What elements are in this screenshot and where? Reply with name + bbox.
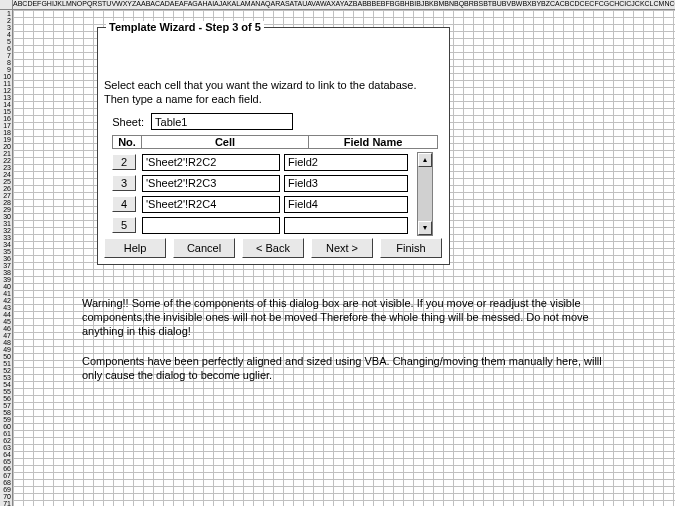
next-button[interactable]: Next > bbox=[311, 238, 373, 258]
row-no: 2 bbox=[112, 154, 136, 170]
header-cell: Cell bbox=[142, 135, 309, 149]
header-no: No. bbox=[112, 135, 142, 149]
back-button[interactable]: < Back bbox=[242, 238, 304, 258]
row-headers: 1234567891011121314151617181920212223242… bbox=[0, 10, 13, 506]
cell-input[interactable] bbox=[142, 217, 280, 234]
row-no: 3 bbox=[112, 175, 136, 191]
cell-input[interactable] bbox=[142, 154, 280, 171]
finish-button[interactable]: Finish bbox=[380, 238, 442, 258]
sheet-label: Sheet: bbox=[104, 116, 144, 128]
column-headers: ABCDEFGHIJKLMNOPQRSTUVWXYZAABACADAEAFAGA… bbox=[13, 0, 675, 10]
field-name-input[interactable] bbox=[284, 175, 408, 192]
cell-input[interactable] bbox=[142, 175, 280, 192]
field-name-input[interactable] bbox=[284, 196, 408, 213]
field-name-input[interactable] bbox=[284, 217, 408, 234]
warning-text-2: Components have been perfectly aligned a… bbox=[82, 354, 602, 382]
table-header: No. Cell Field Name bbox=[112, 135, 439, 149]
table-row: 3 bbox=[112, 173, 432, 193]
help-button[interactable]: Help bbox=[104, 238, 166, 258]
table-row: 2 bbox=[112, 152, 432, 172]
corner bbox=[0, 0, 13, 10]
cell-input[interactable] bbox=[142, 196, 280, 213]
scroll-down-icon[interactable]: ▾ bbox=[418, 221, 432, 235]
dialog-title: Template Wizard - Step 3 of 5 bbox=[106, 21, 264, 33]
scroll-up-icon[interactable]: ▴ bbox=[418, 153, 432, 167]
row-no: 4 bbox=[112, 196, 136, 212]
header-field: Field Name bbox=[309, 135, 438, 149]
table-row: 5 bbox=[112, 215, 432, 235]
field-name-input[interactable] bbox=[284, 154, 408, 171]
scrollbar[interactable]: ▴ ▾ bbox=[417, 152, 433, 236]
sheet-input[interactable] bbox=[151, 113, 293, 130]
row-no: 5 bbox=[112, 217, 136, 233]
table-row: 4 bbox=[112, 194, 432, 214]
instruction-text: Select each cell that you want the wizar… bbox=[104, 78, 434, 106]
warning-text-1: Warning!! Some of the components of this… bbox=[82, 296, 602, 338]
wizard-dialog: Template Wizard - Step 3 of 5 Select eac… bbox=[97, 27, 450, 265]
cancel-button[interactable]: Cancel bbox=[173, 238, 235, 258]
